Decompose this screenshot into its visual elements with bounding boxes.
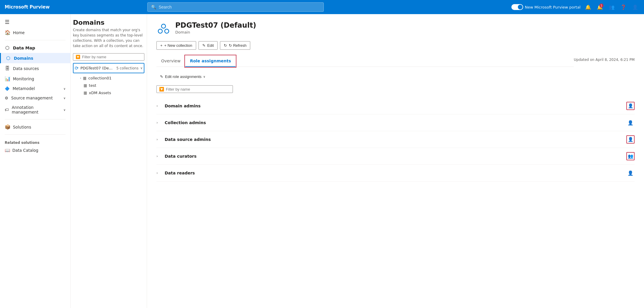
- main-layout: ☰ 🏠 Home ⬡ Data Map ⬡ Domains 🗄 Data sou…: [0, 14, 644, 308]
- sidebar-item-annotation-mgmt-label: Annotation management: [12, 105, 61, 114]
- role-section-actions: ✎ Edit role assignments ∨: [156, 73, 635, 81]
- role-row-data-curators[interactable]: › Data curators 👥: [156, 148, 635, 165]
- tree-item-test[interactable]: ▦ test: [79, 82, 144, 89]
- sidebar-item-annotation-mgmt[interactable]: 🏷 Annotation management ∨: [0, 103, 70, 117]
- sidebar-divider-3: [5, 134, 66, 135]
- edit-icon: ✎: [202, 43, 206, 48]
- edit-role-chevron-icon: ∨: [203, 75, 205, 78]
- data-source-admins-icon-wrap: 👤: [626, 135, 635, 144]
- sidebar-item-home-label: Home: [13, 30, 25, 35]
- role-expand-chevron-icon: ›: [156, 171, 161, 175]
- domains-icon: ⬡: [6, 55, 11, 61]
- svg-point-2: [165, 29, 169, 33]
- data-source-admins-person-icon: 👤: [628, 137, 633, 142]
- edit-role-icon: ✎: [160, 74, 163, 79]
- svg-point-0: [161, 24, 166, 28]
- sidebar-item-home[interactable]: 🏠 Home: [0, 27, 70, 38]
- domains-filter-wrap[interactable]: 🔽: [73, 53, 144, 61]
- tabs-row: Overview Role assignments Updated on Apr…: [156, 56, 635, 67]
- detail-domain-icon: [156, 21, 171, 35]
- tab-role-assignments[interactable]: Role assignments: [185, 56, 236, 67]
- detail-title: PDGTest07 (Default): [175, 21, 256, 29]
- metamodel-icon: 🔷: [5, 86, 10, 91]
- new-collection-button[interactable]: + + New collection: [156, 41, 196, 50]
- sidebar-item-solutions-label: Solutions: [13, 125, 31, 129]
- domain-item-chevron-icon: ∨: [140, 66, 143, 70]
- hamburger-menu[interactable]: ☰: [0, 16, 70, 27]
- role-expand-chevron-icon: ›: [156, 121, 161, 125]
- refresh-icon: ↻: [224, 43, 227, 48]
- annotation-mgmt-icon: 🏷: [5, 107, 9, 112]
- sidebar-item-source-mgmt[interactable]: ⚙ Source management ∨: [0, 93, 70, 103]
- data-sources-icon: 🗄: [5, 66, 10, 71]
- filter-icon: 🔽: [76, 55, 80, 59]
- new-collection-label: + New collection: [164, 43, 192, 48]
- sidebar-item-solutions[interactable]: 📦 Solutions: [0, 122, 70, 132]
- sidebar-item-data-sources[interactable]: 🗄 Data sources: [0, 63, 70, 74]
- sidebar: ☰ 🏠 Home ⬡ Data Map ⬡ Domains 🗄 Data sou…: [0, 14, 71, 308]
- new-collection-icon: +: [160, 43, 163, 48]
- share-icon[interactable]: 👥: [608, 3, 616, 11]
- detail-header: PDGTest07 (Default) Domain: [156, 21, 635, 35]
- datamap-icon: ⬡: [5, 45, 10, 51]
- collection-tree: › ▦ collection01 ▦ test ▦ xDM Assets: [73, 74, 144, 96]
- search-input[interactable]: [159, 5, 320, 9]
- sidebar-item-monitoring[interactable]: 📊 Monitoring: [0, 74, 70, 84]
- home-icon: 🏠: [5, 30, 10, 35]
- domain-item-pdgtest07[interactable]: ⟳ PDGTest07 (De... 5 collections ∨: [73, 63, 144, 73]
- role-row-data-source-admins[interactable]: › Data source admins 👤: [156, 131, 635, 148]
- domain-admins-icon-wrap: 👤: [626, 102, 635, 110]
- sidebar-item-data-catalog[interactable]: 📖 Data Catalog: [0, 146, 70, 155]
- portal-toggle[interactable]: New Microsoft Purview portal: [511, 4, 580, 10]
- sidebar-item-domains-label: Domains: [14, 56, 33, 61]
- sidebar-item-domains[interactable]: ⬡ Domains: [0, 53, 70, 63]
- detail-title-wrap: PDGTest07 (Default) Domain: [175, 21, 256, 34]
- related-solutions-header: Related solutions: [0, 137, 70, 146]
- user-icon[interactable]: 👤: [631, 3, 639, 11]
- tree-item-label: collection01: [88, 76, 111, 80]
- sidebar-item-source-mgmt-label: Source management: [11, 96, 53, 100]
- edit-role-assignments-button[interactable]: ✎ Edit role assignments ∨: [156, 73, 209, 81]
- tree-item-label: test: [89, 83, 96, 88]
- role-row-data-readers[interactable]: › Data readers 👤: [156, 165, 635, 182]
- domain-item-count: 5 collections: [116, 66, 139, 70]
- role-name-data-curators: Data curators: [165, 154, 623, 159]
- tree-item-collection01[interactable]: › ▦ collection01: [79, 74, 144, 82]
- toggle-switch[interactable]: [511, 4, 523, 10]
- role-row-collection-admins[interactable]: › Collection admins 👤: [156, 114, 635, 131]
- content-area: Domains Create domains that match your o…: [71, 14, 644, 308]
- top-nav: Microsoft Purview 🔍 New Microsoft Purvie…: [0, 0, 644, 14]
- collection-admins-icon: 👤: [626, 119, 635, 127]
- role-expand-chevron-icon: ›: [156, 137, 161, 141]
- sidebar-item-metamodel[interactable]: 🔷 Metamodel ∨: [0, 84, 70, 93]
- notification-icon[interactable]: 🔔: [584, 3, 592, 11]
- sidebar-item-monitoring-label: Monitoring: [13, 76, 34, 81]
- search-bar[interactable]: 🔍: [147, 2, 324, 12]
- domains-panel: Domains Create domains that match your o…: [71, 14, 147, 308]
- edit-label: Edit: [207, 43, 214, 48]
- sidebar-item-datamap-label: Data Map: [13, 46, 35, 50]
- role-filter-input[interactable]: [166, 87, 230, 91]
- domains-description: Create domains that match your org's key…: [73, 27, 144, 49]
- role-filter-wrap[interactable]: 🔽: [156, 85, 233, 93]
- data-curators-person-icon: 👥: [628, 154, 633, 159]
- tab-overview[interactable]: Overview: [156, 56, 185, 67]
- help-icon[interactable]: ❓: [619, 3, 628, 11]
- domains-filter-input[interactable]: [82, 55, 142, 59]
- tree-item-xdm-assets[interactable]: ▦ xDM Assets: [79, 89, 144, 96]
- role-name-collection-admins: Collection admins: [165, 120, 623, 125]
- data-readers-person-icon: 👤: [628, 170, 633, 176]
- tree-chevron-icon: ›: [80, 76, 81, 80]
- role-name-data-readers: Data readers: [165, 171, 623, 175]
- refresh-button[interactable]: ↻ ↻ Refresh: [220, 41, 250, 50]
- edit-button[interactable]: ✎ Edit: [198, 41, 218, 50]
- alerts-icon[interactable]: 🔔 1: [596, 3, 604, 11]
- domain-admins-person-icon: 👤: [628, 103, 633, 109]
- domain-item-icon: ⟳: [75, 65, 79, 71]
- refresh-label: ↻ Refresh: [229, 43, 246, 48]
- role-row-domain-admins[interactable]: › Domain admins 👤: [156, 98, 635, 114]
- sidebar-item-datamap[interactable]: ⬡ Data Map: [0, 43, 70, 53]
- collection-admins-person-icon: 👤: [628, 120, 633, 126]
- collection-icon: ▦: [84, 83, 87, 88]
- source-mgmt-icon: ⚙: [5, 96, 8, 100]
